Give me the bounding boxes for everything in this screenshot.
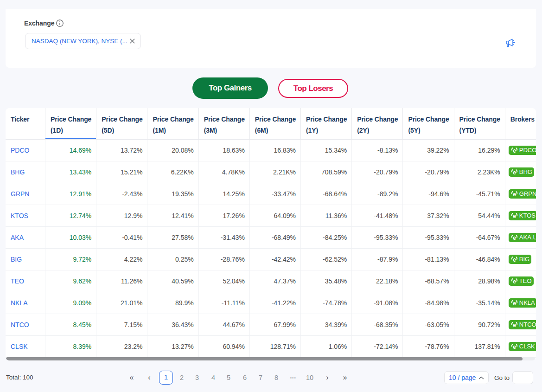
svg-text:e: e	[513, 148, 516, 153]
svg-text:e: e	[513, 300, 516, 306]
svg-text:e: e	[513, 257, 516, 262]
svg-text:e: e	[513, 278, 516, 284]
svg-text:e: e	[513, 344, 516, 349]
svg-text:e: e	[513, 191, 516, 197]
svg-text:e: e	[513, 235, 516, 240]
svg-text:e: e	[513, 322, 516, 328]
svg-text:e: e	[513, 169, 516, 175]
svg-text:e: e	[513, 213, 516, 218]
